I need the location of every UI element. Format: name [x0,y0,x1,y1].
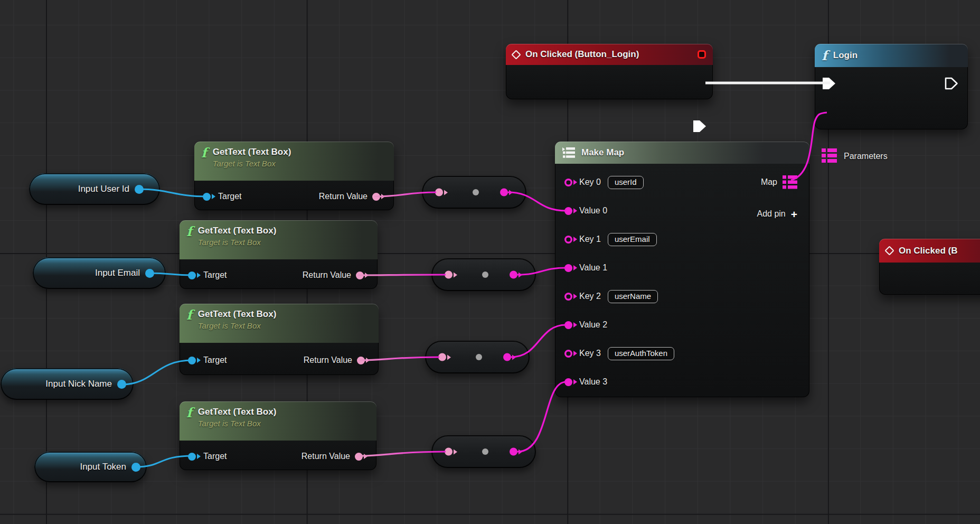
convert-input-pin[interactable] [438,353,446,361]
variable-input-token[interactable]: Input Token [34,452,147,482]
map-output-pin-icon[interactable] [783,175,797,189]
node-title: On Clicked (Button_Login) [525,49,639,60]
function-icon: f [186,225,192,238]
return-value-pin[interactable] [356,272,364,279]
convert-text-to-string-1[interactable] [422,176,526,209]
return-value-label: Return Value [319,192,368,201]
key-2-pin[interactable] [564,293,572,301]
key-0-value-input[interactable]: userId [608,176,644,189]
variable-label: Input Nick Name [45,379,112,389]
convert-node-dot [482,272,488,278]
convert-output-pin[interactable] [510,448,517,456]
node-title: GetText (Text Box) [198,406,277,418]
convert-text-to-string-2[interactable] [431,258,536,291]
parameters-pin-label: Parameters [844,152,888,161]
node-subtitle: Target is Text Box [198,237,277,248]
event-diamond-icon [511,50,521,59]
add-pin-button[interactable]: + [791,209,797,220]
value-0-pin[interactable] [564,207,572,215]
node-make-map[interactable]: Make Map Key 0 userId Value 0 Key 1 user… [555,142,809,397]
key-2-label: Key 2 [579,292,601,301]
target-pin[interactable] [188,272,196,279]
make-map-icon [562,146,576,159]
function-icon: f [822,49,827,62]
target-pin[interactable] [203,193,211,201]
node-title: On Clicked (B [899,246,957,256]
value-1-pin[interactable] [564,264,572,272]
value-3-label: Value 3 [579,377,607,387]
convert-output-pin[interactable] [510,271,517,279]
variable-output-pin[interactable] [131,463,140,472]
exec-output-pin[interactable] [944,76,959,91]
target-label: Target [203,452,227,461]
convert-text-to-string-3[interactable] [425,341,530,373]
convert-node-dot [476,354,482,360]
convert-input-pin[interactable] [445,448,453,456]
node-subtitle: Target is Text Box [198,321,277,331]
node-gettext-1[interactable]: f GetText (Text Box) Target is Text Box … [194,142,394,210]
return-value-pin[interactable] [355,453,363,461]
convert-input-pin[interactable] [445,271,453,279]
node-subtitle: Target is Text Box [198,418,277,429]
map-pin-icon[interactable] [822,148,837,164]
variable-label: Input User Id [78,184,129,194]
target-label: Target [203,355,227,365]
variable-input-user-id[interactable]: Input User Id [29,173,160,205]
map-output-label: Map [761,177,777,187]
variable-input-nick-name[interactable]: Input Nick Name [1,368,134,400]
target-label: Target [218,192,241,201]
node-subtitle: Target is Text Box [213,158,291,169]
key-1-label: Key 1 [579,235,601,244]
node-on-clicked-button-login[interactable]: On Clicked (Button_Login) [506,44,713,99]
variable-label: Input Token [80,462,126,472]
convert-node-dot [482,448,488,455]
value-1-label: Value 1 [579,263,607,273]
return-value-label: Return Value [301,452,350,461]
node-title: GetText (Text Box) [198,308,277,321]
variable-input-email[interactable]: Input Email [33,257,166,289]
node-title: GetText (Text Box) [213,146,291,158]
value-3-pin[interactable] [564,378,572,386]
convert-output-pin[interactable] [500,189,508,196]
target-pin[interactable] [188,357,196,364]
node-gettext-3[interactable]: f GetText (Text Box) Target is Text Box … [180,304,379,375]
variable-output-pin[interactable] [145,269,154,278]
node-on-clicked-partial[interactable]: On Clicked (B [879,239,980,295]
node-title: Make Map [581,147,624,158]
key-3-value-input[interactable]: userAuthToken [608,347,674,360]
convert-input-pin[interactable] [435,189,443,196]
return-value-label: Return Value [303,270,351,280]
key-2-value-input[interactable]: userName [608,290,658,303]
blueprint-graph-canvas[interactable]: On Clicked (Button_Login) f Login [0,0,980,524]
variable-label: Input Email [95,268,140,278]
convert-node-dot [473,189,479,195]
variable-output-pin[interactable] [117,380,126,389]
node-login[interactable]: f Login Parameters [815,44,968,129]
key-0-label: Key 0 [579,177,601,187]
node-gettext-4[interactable]: f GetText (Text Box) Target is Text Box … [180,401,376,470]
key-0-pin[interactable] [564,179,572,186]
exec-output-pin[interactable] [692,119,708,134]
target-pin[interactable] [188,453,196,461]
delegate-output-pin-icon[interactable] [698,50,706,59]
key-3-pin[interactable] [564,350,572,358]
function-icon: f [186,308,192,322]
return-value-pin[interactable] [357,357,365,364]
return-value-pin[interactable] [372,193,380,201]
function-icon: f [186,406,192,419]
function-icon: f [201,146,207,160]
convert-text-to-string-4[interactable] [431,435,536,468]
node-title: Login [833,50,858,61]
convert-output-pin[interactable] [503,353,511,361]
key-3-label: Key 3 [579,349,601,358]
return-value-label: Return Value [304,355,352,365]
event-diamond-icon [884,246,894,255]
target-label: Target [203,270,227,280]
variable-output-pin[interactable] [135,185,144,194]
value-2-pin[interactable] [564,321,572,329]
node-gettext-2[interactable]: f GetText (Text Box) Target is Text Box … [180,220,378,289]
value-2-label: Value 2 [579,320,607,330]
key-1-pin[interactable] [564,236,572,244]
exec-input-pin[interactable] [821,76,837,91]
key-1-value-input[interactable]: userEmail [608,233,657,246]
